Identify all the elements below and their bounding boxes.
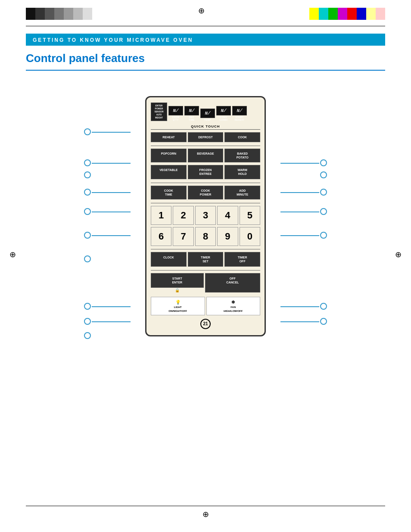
quick-touch-label: QUICK TOUCH (151, 124, 260, 130)
conv-display: N/ CONVCOMBI (216, 106, 231, 121)
num-5-btn[interactable]: 5 (240, 206, 260, 225)
clock-btn[interactable]: CLOCK (151, 252, 187, 267)
timer-set-btn[interactable]: TIMERSET (188, 252, 224, 267)
ann-circle-2 (84, 159, 91, 166)
panel-container: ENTERPOWERSENSORAUTOWEIGHT N/ COOKQ'TY N… (72, 96, 339, 471)
ann-line-r4 (280, 212, 319, 212)
start-icon[interactable]: N/ (232, 106, 247, 115)
ann-circle-r2 (320, 171, 327, 178)
numpad-row-2: 6 7 8 9 0 (151, 227, 260, 246)
sep-4 (151, 249, 260, 249)
start-display: N/ STARTREHEAT (232, 106, 247, 121)
cook-display: N/ COOKQ'TY (168, 106, 183, 121)
warm-hold-btn[interactable]: WARMHOLD (224, 165, 260, 179)
ann-line-4 (92, 192, 131, 193)
ann-line-r5 (280, 235, 319, 236)
sep-2 (151, 183, 260, 183)
add-minute-btn[interactable]: ADDMINUTE (224, 186, 260, 199)
temp-icon[interactable]: N/ (200, 109, 215, 118)
cook-time-btn[interactable]: COOKTIME (151, 186, 187, 199)
ann-line-6 (92, 235, 131, 236)
def-display: N/ DEFTIME (184, 106, 199, 121)
reg-mark-top: ⊕ (198, 6, 205, 16)
beverage-btn[interactable]: BEVERAGE (188, 149, 224, 162)
num-6-btn[interactable]: 6 (151, 227, 171, 246)
ann-circle-6 (84, 232, 91, 239)
ann-circle-r5 (320, 232, 327, 239)
section-title: Control panel features (26, 52, 145, 65)
color-bar-left (26, 8, 92, 20)
light-fan-row: 💡 LIGHT ON/NIGHT/OFF ✻ FAN HIGH/LOW/OFF (151, 297, 260, 315)
ann-circle-9 (84, 318, 91, 325)
defrost-btn[interactable]: DEFROST (188, 132, 224, 142)
ann-circle-4 (84, 189, 91, 196)
start-enter-btn[interactable]: STARTENTER (151, 273, 204, 288)
btn-row-4: COOKTIME COOKPOWER ADDMINUTE (151, 186, 260, 199)
bottom-number-area: 21 (151, 319, 260, 329)
bottom-circle-21: 21 (200, 319, 211, 329)
def-icon[interactable]: N/ (184, 106, 199, 115)
cook-icon[interactable]: N/ (168, 106, 183, 115)
ann-line-2 (92, 163, 131, 164)
frozen-entree-btn[interactable]: FROZENENTREE (188, 165, 224, 179)
ann-circle-3 (84, 171, 91, 178)
num-8-btn[interactable]: 8 (195, 227, 216, 246)
reg-mark-left: ⊕ (9, 250, 16, 259)
conv-icon[interactable]: N/ (216, 106, 231, 115)
baked-potato-btn[interactable]: BAKEDPOTATO (224, 149, 260, 162)
start-section: STARTENTER 🔒 (151, 273, 204, 292)
num-2-btn[interactable]: 2 (173, 206, 193, 225)
start-row: STARTENTER 🔒 OFFCANCEL (151, 273, 260, 292)
ann-circle-r4 (320, 208, 327, 215)
ann-circle-8 (84, 303, 91, 310)
blue-line (26, 70, 385, 71)
ann-circle-r6 (320, 303, 327, 310)
ann-line-9 (92, 321, 131, 322)
popcorn-btn[interactable]: POPCORN (151, 149, 187, 162)
num-4-btn[interactable]: 4 (217, 206, 238, 225)
cook-power-btn[interactable]: COOKPOWER (188, 186, 224, 199)
reheat-btn[interactable]: REHEAT (151, 132, 187, 142)
ann-circle-10 (84, 332, 91, 339)
header-bar: GETTING TO KNOW YOUR MICROWAVE OVEN (26, 34, 385, 46)
reg-mark-right: ⊕ (395, 250, 402, 259)
display-row: ENTERPOWERSENSORAUTOWEIGHT N/ COOKQ'TY N… (151, 103, 260, 121)
bottom-number: 21 (203, 321, 208, 326)
ann-line-r7 (280, 321, 319, 322)
light-btn[interactable]: 💡 LIGHT ON/NIGHT/OFF (151, 297, 205, 315)
ann-line-1 (92, 132, 131, 133)
num-3-btn[interactable]: 3 (195, 206, 216, 225)
clock-row: CLOCK TIMERSET TIMEROFF (151, 252, 260, 267)
temp-display: N/ TEMP (200, 109, 215, 121)
header-title: GETTING TO KNOW YOUR MICROWAVE OVEN (33, 37, 193, 43)
ann-line-5 (92, 212, 131, 212)
numpad-row-1: 1 2 3 4 5 (151, 206, 260, 225)
off-cancel-btn[interactable]: OFFCANCEL (205, 273, 261, 292)
timer-off-btn[interactable]: TIMEROFF (224, 252, 260, 267)
cook-btn[interactable]: COOK (224, 132, 260, 142)
num-1-btn[interactable]: 1 (151, 206, 171, 225)
diagram-area: ENTERPOWERSENSORAUTOWEIGHT N/ COOKQ'TY N… (26, 78, 385, 489)
sep-3 (151, 203, 260, 203)
btn-row-2: POPCORN BEVERAGE BAKEDPOTATO (151, 149, 260, 162)
num-7-btn[interactable]: 7 (173, 227, 193, 246)
ann-circle-r7 (320, 318, 327, 325)
num-0-btn[interactable]: 0 (240, 227, 260, 246)
enter-power-btn[interactable]: ENTERPOWERSENSORAUTOWEIGHT (151, 103, 167, 121)
num-9-btn[interactable]: 9 (217, 227, 238, 246)
sep-1 (151, 146, 260, 146)
top-rule (26, 26, 385, 26)
reg-mark-bottom: ⊕ (202, 510, 209, 519)
ann-line-r1 (280, 163, 319, 164)
ann-circle-5 (84, 208, 91, 215)
ann-circle-1 (84, 128, 91, 135)
ann-line-8 (92, 306, 131, 307)
ann-circle-r3 (320, 189, 327, 196)
color-bar-right (309, 8, 385, 20)
fan-btn[interactable]: ✻ FAN HIGH/LOW/OFF (206, 297, 261, 315)
vegetable-btn[interactable]: VEGETABLE (151, 165, 187, 179)
ann-line-r3 (280, 192, 319, 193)
ann-line-r6 (280, 306, 319, 307)
btn-row-1: REHEAT DEFROST COOK (151, 132, 260, 142)
ann-circle-7 (84, 255, 91, 262)
